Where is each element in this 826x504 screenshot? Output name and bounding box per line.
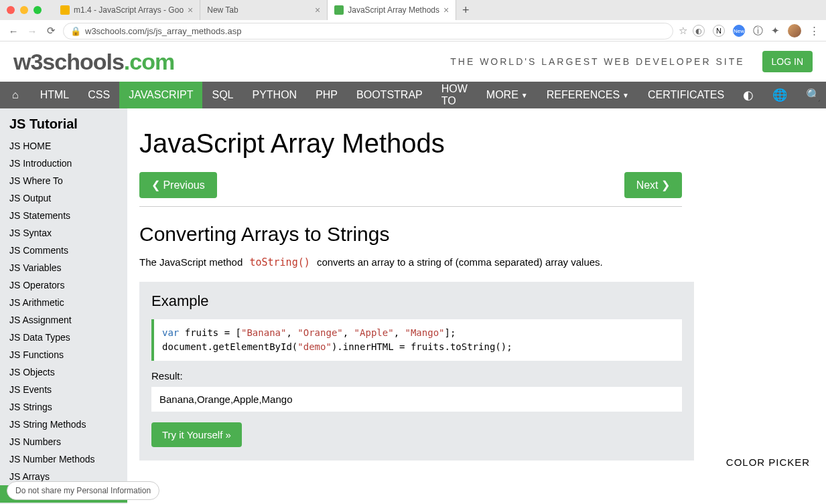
lock-icon: 🔒 bbox=[70, 26, 81, 36]
try-it-button[interactable]: Try it Yourself » bbox=[151, 422, 242, 447]
nav-howto[interactable]: HOW TO bbox=[432, 82, 477, 108]
nav-javascript[interactable]: JAVASCRIPT bbox=[119, 82, 202, 108]
nav-python[interactable]: PYTHON bbox=[243, 82, 306, 108]
sidebar-item[interactable]: JS Arithmetic bbox=[0, 294, 127, 311]
tab-title: JavaScript Array Methods bbox=[348, 5, 439, 15]
divider bbox=[139, 206, 682, 207]
sidebar-item[interactable]: JS Operators bbox=[0, 276, 127, 294]
gdocs-favicon bbox=[60, 5, 70, 15]
site-header: w3schools.com THE WORLD'S LARGEST WEB DE… bbox=[0, 41, 826, 82]
tab-close-icon[interactable]: × bbox=[188, 5, 193, 15]
globe-icon[interactable]: 🌐 bbox=[763, 88, 797, 102]
sidebar-item[interactable]: JS Syntax bbox=[0, 224, 127, 242]
tagline: THE WORLD'S LARGEST WEB DEVELOPER SITE bbox=[450, 56, 744, 67]
address-bar[interactable]: 🔒 w3schools.com/js/js_array_methods.asp bbox=[63, 23, 673, 39]
sidebar-item[interactable]: JS Strings bbox=[0, 398, 127, 416]
search-icon[interactable]: 🔍 bbox=[797, 88, 826, 102]
right-column: COLOR PICKER bbox=[710, 108, 826, 504]
section-heading: Converting Arrays to Strings bbox=[139, 223, 710, 246]
window-close[interactable] bbox=[7, 6, 15, 14]
sidebar-item[interactable]: JS Functions bbox=[0, 346, 127, 363]
browser-tab[interactable]: m1.4 - JavaScript Arrays - Goo × bbox=[54, 0, 200, 20]
inline-code: toString() bbox=[245, 256, 314, 269]
extension-icon[interactable]: New bbox=[733, 25, 745, 37]
sidebar-item[interactable]: JS Objects bbox=[0, 363, 127, 381]
sidebar: JS Tutorial JS HOMEJS IntroductionJS Whe… bbox=[0, 108, 127, 504]
star-icon[interactable]: ☆ bbox=[679, 25, 687, 37]
window-controls: m1.4 - JavaScript Arrays - Goo × New Tab… bbox=[0, 0, 826, 20]
sidebar-item[interactable]: JS Number Methods bbox=[0, 450, 127, 468]
browser-tabs: m1.4 - JavaScript Arrays - Goo × New Tab… bbox=[54, 0, 475, 20]
top-nav: ⌂ HTML CSS JAVASCRIPT SQL PYTHON PHP BOO… bbox=[0, 82, 826, 108]
next-button[interactable]: Next ❯ bbox=[624, 172, 682, 198]
logo-suffix: .com bbox=[124, 49, 174, 74]
nav-html[interactable]: HTML bbox=[31, 82, 79, 108]
result-label: Result: bbox=[151, 370, 682, 382]
tab-close-icon[interactable]: × bbox=[315, 5, 320, 15]
nav-more[interactable]: MORE▼ bbox=[477, 82, 537, 108]
dark-mode-icon[interactable]: ◐ bbox=[734, 88, 763, 102]
sidebar-item[interactable]: JS Events bbox=[0, 381, 127, 398]
sidebar-item[interactable]: JS HOME bbox=[0, 137, 127, 155]
nav-certificates[interactable]: CERTIFICATES bbox=[638, 82, 734, 108]
extension-icons: ◐ N New ⓘ ✦ ⋮ bbox=[693, 24, 819, 37]
sidebar-item[interactable]: JS Data Types bbox=[0, 329, 127, 346]
window-maximize[interactable] bbox=[33, 6, 42, 14]
tab-title: New Tab bbox=[207, 5, 238, 15]
previous-button[interactable]: ❮ Previous bbox=[139, 172, 217, 198]
result-output: Banana,Orange,Apple,Mango bbox=[151, 387, 682, 412]
login-button[interactable]: LOG IN bbox=[762, 51, 813, 72]
extension-icon[interactable]: N bbox=[713, 25, 725, 37]
w3schools-logo[interactable]: w3schools.com bbox=[13, 49, 174, 75]
browser-tab[interactable]: New Tab × bbox=[200, 0, 328, 20]
caret-down-icon: ▼ bbox=[622, 92, 629, 99]
sidebar-item[interactable]: JS Introduction bbox=[0, 155, 127, 172]
sidebar-heading: JS Tutorial bbox=[0, 108, 127, 137]
w3schools-favicon bbox=[334, 5, 344, 15]
browser-tab-active[interactable]: JavaScript Array Methods × bbox=[328, 0, 456, 20]
address-bar-row: ← → ⟳ 🔒 w3schools.com/js/js_array_method… bbox=[0, 20, 826, 41]
caret-down-icon: ▼ bbox=[521, 92, 528, 99]
sidebar-item[interactable]: JS Comments bbox=[0, 242, 127, 259]
new-tab-button[interactable]: + bbox=[456, 1, 475, 19]
example-heading: Example bbox=[151, 292, 682, 310]
code-block: var fruits = ["Banana", "Orange", "Apple… bbox=[151, 319, 682, 361]
section-description: The JavaScript method toString() convert… bbox=[139, 256, 710, 268]
color-picker-heading: COLOR PICKER bbox=[710, 456, 826, 468]
tab-title: m1.4 - JavaScript Arrays - Goo bbox=[74, 5, 184, 15]
nav-bootstrap[interactable]: BOOTSTRAP bbox=[347, 82, 432, 108]
nav-sql[interactable]: SQL bbox=[202, 82, 243, 108]
nav-php[interactable]: PHP bbox=[306, 82, 347, 108]
extension-icon[interactable]: ◐ bbox=[693, 25, 705, 37]
privacy-notice[interactable]: Do not share my Personal Information bbox=[7, 481, 159, 500]
forward-button[interactable]: → bbox=[25, 25, 39, 37]
nav-css[interactable]: CSS bbox=[78, 82, 119, 108]
home-icon[interactable]: ⌂ bbox=[0, 89, 31, 101]
back-button[interactable]: ← bbox=[7, 25, 20, 37]
sidebar-item[interactable]: JS Variables bbox=[0, 259, 127, 276]
logo-text: w3schools bbox=[13, 49, 124, 74]
menu-icon[interactable]: ⋮ bbox=[809, 25, 819, 37]
browser-chrome: m1.4 - JavaScript Arrays - Goo × New Tab… bbox=[0, 0, 826, 41]
sidebar-item[interactable]: JS Numbers bbox=[0, 433, 127, 450]
sidebar-item[interactable]: JS Where To bbox=[0, 172, 127, 189]
url-text: w3schools.com/js/js_array_methods.asp bbox=[85, 26, 241, 36]
tab-close-icon[interactable]: × bbox=[443, 5, 449, 15]
profile-avatar[interactable] bbox=[788, 24, 801, 37]
nav-references[interactable]: REFERENCES▼ bbox=[537, 82, 638, 108]
reload-button[interactable]: ⟳ bbox=[44, 25, 58, 37]
sidebar-item[interactable]: JS String Methods bbox=[0, 416, 127, 433]
page-title: JavaScript Array Methods bbox=[139, 129, 710, 159]
example-box: Example var fruits = ["Banana", "Orange"… bbox=[139, 282, 694, 460]
window-minimize[interactable] bbox=[20, 6, 28, 14]
extensions-icon[interactable]: ✦ bbox=[771, 25, 780, 37]
info-icon[interactable]: ⓘ bbox=[753, 25, 763, 37]
sidebar-item[interactable]: JS Assignment bbox=[0, 311, 127, 329]
sidebar-item[interactable]: JS Statements bbox=[0, 207, 127, 224]
main-content: JavaScript Array Methods ❮ Previous Next… bbox=[127, 108, 710, 504]
sidebar-item[interactable]: JS Output bbox=[0, 189, 127, 207]
